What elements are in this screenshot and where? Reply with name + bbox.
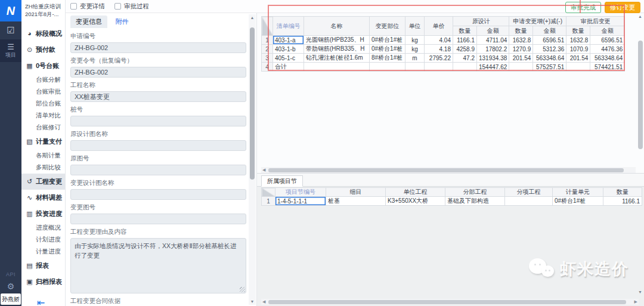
row-number[interactable]: 2 — [262, 45, 273, 54]
column-header[interactable]: 数量 — [603, 188, 642, 197]
table-cell[interactable]: 4.04 — [425, 36, 453, 45]
table-cell[interactable]: 131934.38 — [477, 54, 509, 63]
table-cell[interactable]: 17802.2 — [477, 45, 509, 54]
table-cell[interactable]: 4.18 — [425, 45, 453, 54]
scroll-up-icon[interactable]: ▲ — [637, 14, 643, 18]
table-cell[interactable]: 47.2 — [453, 54, 477, 63]
sidebar-item[interactable]: ∿材料调差 — [21, 190, 65, 206]
table-cell[interactable]: 574421.51 — [590, 63, 625, 72]
scroll-left-icon[interactable]: ◀ — [262, 167, 265, 173]
table-cell[interactable] — [505, 197, 553, 206]
change-items-table[interactable]: 清单编号名称变更部位单位单价原设计申请变更增(+)减(-)审批后变更数量金额数量… — [261, 16, 625, 72]
column-header[interactable]: 计量单元 — [553, 188, 603, 197]
table-cell[interactable]: 6596.51 — [533, 36, 566, 45]
column-header[interactable]: 单价 — [425, 17, 453, 36]
table-cell[interactable]: 8#桥台1#桩 — [370, 54, 405, 63]
column-header[interactable]: 分项工程 — [505, 188, 553, 197]
form-scrollbar[interactable]: ▲ ▼ — [249, 14, 256, 305]
sidebar-item[interactable]: 多期比较 — [21, 162, 65, 174]
table-cell[interactable] — [509, 63, 533, 72]
table-cell[interactable]: 合计 — [273, 63, 304, 72]
bottom-horizontal-scrollbar[interactable]: ◀ ▶ — [261, 299, 639, 305]
sidebar-item[interactable]: 台账分解 — [21, 74, 65, 86]
scrollbar-thumb[interactable] — [250, 27, 255, 180]
sidebar-item[interactable]: ▥投资进度 — [21, 206, 65, 222]
table-cell[interactable]: 光圆钢筋(HPB235、H — [304, 36, 370, 45]
table-cell[interactable]: 2795.22 — [425, 54, 453, 63]
sidebar-item[interactable]: ▧计量支付 — [21, 134, 65, 150]
table-cell[interactable]: 4258.9 — [453, 45, 477, 54]
column-header[interactable]: 清单编号 — [273, 17, 304, 36]
table-cell[interactable]: 1166.1 — [453, 36, 477, 45]
field-input[interactable]: XX桩基变更 — [70, 91, 246, 102]
sidebar-item[interactable]: 清单对比 — [21, 110, 65, 122]
table-cell[interactable]: 0#桥台1#桩 — [370, 36, 405, 45]
field-input[interactable] — [70, 116, 246, 126]
field-textarea[interactable]: 由于实际地质情况与设计不符，XX大桥桥Ⅱ部分桩基桩长进行了变更 — [70, 238, 246, 293]
user-name-badge[interactable]: 孙燕娇 — [1, 293, 21, 305]
app-logo[interactable]: N — [0, 0, 21, 21]
sidebar-item[interactable]: 台账修订 — [21, 122, 65, 134]
table-cell[interactable] — [304, 63, 370, 72]
sidebar-item[interactable]: 计量进度 — [21, 246, 65, 258]
table-cell[interactable]: 4711.04 — [477, 36, 509, 45]
table-cell[interactable] — [566, 63, 590, 72]
table-cell[interactable]: kg — [405, 36, 425, 45]
table-cell[interactable]: 403-1-a — [273, 36, 304, 45]
table-row[interactable]: 11-4-5-1-1-1桩基K3+550XX大桥基础及下部构造0#桥台1#桩11… — [262, 197, 642, 206]
table-row[interactable]: 3405-1-c钻孔灌注桩(桩径1.6m8#桥台1#桩m2795.2247.21… — [262, 54, 625, 63]
sidebar-item[interactable]: ▣归档报表 — [21, 274, 65, 290]
checkbox-icon[interactable] — [114, 3, 121, 10]
table-vertical-scrollbar[interactable]: ▲ — [637, 14, 643, 165]
table-row[interactable]: 1403-1-a光圆钢筋(HPB235、H0#桥台1#桩kg4.041166.1… — [262, 36, 625, 45]
table-cell[interactable] — [425, 63, 453, 72]
table-cell[interactable]: 405-1-c — [273, 54, 304, 63]
scroll-down-icon[interactable]: ▼ — [637, 290, 643, 294]
table-cell[interactable] — [405, 63, 425, 72]
sidebar-item[interactable]: ◕标段概况 — [21, 26, 65, 42]
sidebar-item[interactable]: ▤报表 — [21, 258, 65, 274]
table-cell[interactable]: 201.54 — [566, 54, 590, 63]
table-row[interactable]: 4合计154447.62575257.51574421.51 — [262, 63, 625, 72]
table-cell[interactable]: 1270.9 — [509, 45, 533, 54]
table-cell[interactable]: 0#桥台1#桩 — [553, 197, 603, 206]
table-cell[interactable]: 基础及下部构造 — [445, 197, 505, 206]
tab-attachments[interactable]: 附件 — [110, 16, 134, 28]
table-cell[interactable]: 1070.9 — [566, 45, 590, 54]
table-cell[interactable]: 1166.1 — [603, 197, 642, 206]
sidebar-item[interactable]: ↺工程变更 — [21, 174, 65, 190]
table-cell[interactable] — [453, 63, 477, 72]
checkbox-approval-process[interactable]: 审批过程 — [114, 2, 149, 11]
project-node-table[interactable]: 项目节编号细目单位工程分部工程分项工程计量单元数量11-4-5-1-1-1桩基K… — [261, 187, 642, 206]
table-cell[interactable]: 201.54 — [509, 54, 533, 63]
tasks-check-icon[interactable]: ☑ — [0, 25, 21, 36]
table-cell[interactable]: 403-1-b — [273, 45, 304, 54]
approval-complete-button[interactable]: 审批完成 — [565, 2, 601, 13]
api-label[interactable]: API — [0, 271, 21, 277]
row-number[interactable]: 1 — [262, 36, 273, 45]
table-cell[interactable]: 1-4-5-1-1-1 — [275, 197, 326, 206]
field-input[interactable] — [70, 140, 246, 151]
rail-item-project[interactable]: ☰ 项目 — [0, 39, 21, 62]
table-cell[interactable]: 6596.51 — [590, 36, 625, 45]
row-number[interactable]: 1 — [262, 197, 275, 206]
table-cell[interactable]: 1632.8 — [509, 36, 533, 45]
table-cell[interactable]: 5312.36 — [533, 45, 566, 54]
checkbox-icon[interactable] — [70, 3, 77, 10]
column-header[interactable]: 单位 — [405, 17, 425, 36]
table-cell[interactable]: m — [405, 54, 425, 63]
revise-change-button[interactable]: 修订变更 — [605, 2, 640, 13]
scrollbar-thumb[interactable] — [268, 168, 624, 172]
sidebar-item[interactable]: 部位台账 — [21, 98, 65, 110]
field-input[interactable] — [70, 165, 246, 175]
field-input[interactable] — [70, 214, 246, 224]
field-input[interactable] — [70, 189, 246, 200]
field-input[interactable]: ZH-BG-002 — [70, 67, 246, 78]
scrollbar-thumb[interactable] — [268, 300, 626, 304]
row-number[interactable]: 4 — [262, 63, 273, 72]
collapse-sidebar-icon[interactable]: ⇤ — [37, 297, 65, 306]
table-cell[interactable]: 563348.64 — [590, 54, 625, 63]
scroll-up-icon[interactable]: ▲ — [249, 16, 256, 20]
table-cell[interactable]: 钻孔灌注桩(桩径1.6m — [304, 54, 370, 63]
table-cell[interactable]: 4476.36 — [590, 45, 625, 54]
